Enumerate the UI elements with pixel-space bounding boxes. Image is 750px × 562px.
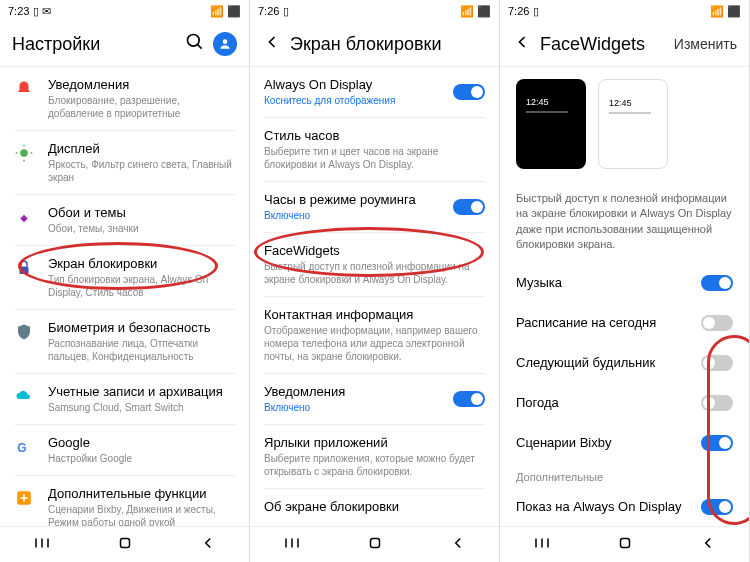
notif-icon: ▯ ✉ xyxy=(33,5,51,18)
item-accounts[interactable]: Учетные записи и архивацияSamsung Cloud,… xyxy=(0,374,249,424)
plus-icon xyxy=(14,488,34,508)
item-clockstyle[interactable]: Стиль часовВыберите тип и цвет часов на … xyxy=(250,118,499,181)
svg-rect-22 xyxy=(620,538,629,547)
preview-light[interactable]: 12:45 xyxy=(598,79,668,169)
toggle-schedule[interactable] xyxy=(701,315,733,331)
home-icon[interactable] xyxy=(116,534,134,556)
status-time: 7:26 xyxy=(508,5,529,17)
item-schedule[interactable]: Расписание на сегодня xyxy=(500,303,749,343)
back-icon[interactable] xyxy=(199,534,217,556)
recents-icon[interactable] xyxy=(33,534,51,556)
signal-icon: 📶 ⬛ xyxy=(460,5,491,18)
toggle-aod[interactable] xyxy=(453,84,485,100)
shield-icon xyxy=(14,322,34,342)
item-biometrics[interactable]: Биометрия и безопасностьРаспознавание ли… xyxy=(0,310,249,373)
screen-facewidgets: 7:26▯ 📶 ⬛ FaceWidgets Изменить 12:45 12:… xyxy=(500,0,750,562)
item-contact[interactable]: Контактная информацияОтображение информа… xyxy=(250,297,499,373)
facewidgets-content: 12:45 12:45 Быстрый доступ к полезной ин… xyxy=(500,67,749,526)
back-icon[interactable] xyxy=(699,534,717,556)
lock-icon xyxy=(14,258,34,278)
cloud-icon xyxy=(14,386,34,406)
page-title: FaceWidgets xyxy=(540,34,666,55)
item-bixby[interactable]: Сценарии Bixby xyxy=(500,423,749,463)
navbar xyxy=(0,526,249,562)
toggle-music[interactable] xyxy=(701,275,733,291)
toggle-weather[interactable] xyxy=(701,395,733,411)
svg-point-3 xyxy=(20,149,28,157)
bell-icon xyxy=(14,79,34,99)
screen-lockscreen: 7:26▯ 📶 ⬛ Экран блокировки Always On Dis… xyxy=(250,0,500,562)
home-icon[interactable] xyxy=(616,534,634,556)
item-aod-show[interactable]: Показ на Always On Display xyxy=(500,487,749,526)
back-icon[interactable] xyxy=(262,32,282,56)
svg-text:G: G xyxy=(17,441,26,455)
back-icon[interactable] xyxy=(449,534,467,556)
recents-icon[interactable] xyxy=(283,534,301,556)
item-wallpaper[interactable]: Обои и темыОбои, темы, значки xyxy=(0,195,249,245)
lockscreen-list: Always On DisplayКоснитесь для отображен… xyxy=(250,67,499,526)
header: Экран блокировки xyxy=(250,22,499,67)
preview-row: 12:45 12:45 xyxy=(500,67,749,181)
back-icon[interactable] xyxy=(512,32,532,56)
item-display[interactable]: ДисплейЯркость, Фильтр синего света, Гла… xyxy=(0,131,249,194)
item-google[interactable]: G GoogleНастройки Google xyxy=(0,425,249,475)
navbar xyxy=(250,526,499,562)
notif-icon: ▯ xyxy=(283,5,289,18)
description: Быстрый доступ к полезной информации на … xyxy=(500,181,749,263)
preview-dark[interactable]: 12:45 xyxy=(516,79,586,169)
item-roaming-clock[interactable]: Часы в режиме роумингаВключено xyxy=(250,182,499,232)
screen-settings: 7:23▯ ✉ 📶 ⬛ Настройки УведомленияБлокиро… xyxy=(0,0,250,562)
item-music[interactable]: Музыка xyxy=(500,263,749,303)
svg-rect-14 xyxy=(120,538,129,547)
item-lockscreen[interactable]: Экран блокировкиТип блокировки экрана, A… xyxy=(0,246,249,309)
toggle-roaming[interactable] xyxy=(453,199,485,215)
header: FaceWidgets Изменить xyxy=(500,22,749,67)
svg-line-1 xyxy=(198,45,202,49)
item-notifications[interactable]: УведомленияБлокирование, разрешение, доб… xyxy=(0,67,249,130)
item-about[interactable]: Об экране блокировки xyxy=(250,489,499,526)
status-time: 7:26 xyxy=(258,5,279,17)
brush-icon xyxy=(14,207,34,227)
toggle-aod-show[interactable] xyxy=(701,499,733,515)
sun-icon xyxy=(14,143,34,163)
svg-point-2 xyxy=(223,39,228,44)
toggle-notifications[interactable] xyxy=(453,391,485,407)
toggle-alarm[interactable] xyxy=(701,355,733,371)
svg-rect-8 xyxy=(20,267,29,275)
search-icon[interactable] xyxy=(185,32,205,56)
signal-icon: 📶 ⬛ xyxy=(710,5,741,18)
toggle-bixby[interactable] xyxy=(701,435,733,451)
statusbar: 7:26▯ 📶 ⬛ xyxy=(250,0,499,22)
statusbar: 7:26▯ 📶 ⬛ xyxy=(500,0,749,22)
navbar xyxy=(500,526,749,562)
statusbar: 7:23▯ ✉ 📶 ⬛ xyxy=(0,0,249,22)
item-advanced[interactable]: Дополнительные функцииСценарии Bixby, Дв… xyxy=(0,476,249,526)
signal-icon: 📶 ⬛ xyxy=(210,5,241,18)
item-notifications[interactable]: УведомленияВключено xyxy=(250,374,499,424)
item-facewidgets[interactable]: FaceWidgetsБыстрый доступ к полезной инф… xyxy=(250,233,499,296)
edit-button[interactable]: Изменить xyxy=(674,36,737,52)
header: Настройки xyxy=(0,22,249,67)
status-time: 7:23 xyxy=(8,5,29,17)
page-title: Настройки xyxy=(12,34,177,55)
avatar[interactable] xyxy=(213,32,237,56)
section-label: Дополнительные xyxy=(500,463,749,487)
svg-rect-18 xyxy=(370,538,379,547)
page-title: Экран блокировки xyxy=(290,34,487,55)
recents-icon[interactable] xyxy=(533,534,551,556)
notif-icon: ▯ xyxy=(533,5,539,18)
settings-list: УведомленияБлокирование, разрешение, доб… xyxy=(0,67,249,526)
google-icon: G xyxy=(14,437,34,457)
item-alarm[interactable]: Следующий будильник xyxy=(500,343,749,383)
item-aod[interactable]: Always On DisplayКоснитесь для отображен… xyxy=(250,67,499,117)
item-weather[interactable]: Погода xyxy=(500,383,749,423)
home-icon[interactable] xyxy=(366,534,384,556)
svg-point-0 xyxy=(188,35,200,47)
item-shortcuts[interactable]: Ярлыки приложенийВыберите приложения, ко… xyxy=(250,425,499,488)
